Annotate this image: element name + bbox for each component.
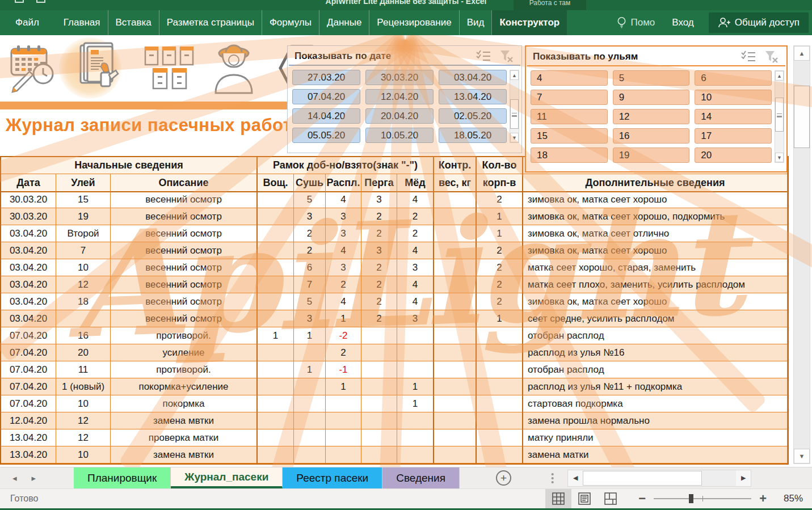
table-cell[interactable] [477, 327, 523, 344]
hive-slicer-button[interactable]: 4 [531, 70, 608, 86]
table-cell[interactable] [294, 446, 326, 463]
table-cell[interactable]: 1 [258, 327, 294, 344]
table-cell[interactable]: 3 [326, 225, 361, 242]
share-button[interactable]: Общий доступ [709, 12, 809, 33]
scroll-left-icon[interactable]: ◀ [568, 470, 583, 486]
table-cell[interactable] [258, 276, 294, 293]
vertical-scrollbar[interactable]: ▲ ▼ [793, 45, 810, 464]
scroll-right-icon[interactable]: ▶ [736, 470, 751, 486]
table-cell[interactable] [434, 429, 477, 446]
hive-slicer-button[interactable]: 20 [695, 147, 772, 163]
table-cell[interactable]: 4 [397, 191, 434, 208]
table-cell[interactable] [258, 361, 294, 378]
table-cell[interactable] [434, 361, 477, 378]
table-cell[interactable] [294, 344, 326, 361]
col-header-weight[interactable]: вес, кг [434, 174, 477, 192]
date-slicer-button[interactable]: 02.05.20 [439, 108, 507, 124]
table-cell[interactable]: 1 (новый) [56, 378, 111, 395]
table-cell[interactable] [434, 242, 477, 259]
date-slicer-button[interactable]: 13.04.20 [439, 89, 507, 104]
group-header-count[interactable]: Кол-во [477, 157, 523, 174]
zoom-out-button[interactable]: − [638, 491, 646, 506]
table-cell[interactable] [397, 344, 434, 361]
table-cell[interactable] [258, 208, 294, 225]
table-cell[interactable]: Второй [56, 225, 111, 242]
table-cell[interactable] [361, 446, 397, 463]
table-cell[interactable]: расплод из улья №16 [523, 344, 788, 361]
table-cell[interactable]: 15 [56, 191, 111, 208]
table-cell[interactable] [434, 446, 477, 463]
table-cell[interactable] [397, 429, 434, 446]
table-cell[interactable]: 2 [397, 225, 434, 242]
table-cell[interactable] [434, 259, 477, 276]
col-header-bodies[interactable]: корп-в [477, 174, 523, 192]
table-cell[interactable]: 03.04.20 [1, 293, 56, 310]
table-cell[interactable]: 2 [477, 276, 523, 293]
hive-slicer-scrollbar[interactable]: ▲ ▼ [775, 70, 784, 163]
hive-slicer-button[interactable]: 16 [613, 128, 690, 144]
table-cell[interactable]: 1 [477, 225, 523, 242]
table-cell[interactable] [361, 412, 397, 429]
hive-slicer-button[interactable]: 6 [695, 70, 772, 86]
table-cell[interactable]: 30.03.20 [1, 208, 56, 225]
table-cell[interactable]: 07.04.20 [1, 395, 56, 412]
table-cell[interactable] [397, 412, 434, 429]
tab-insert[interactable]: Вставка [108, 10, 159, 35]
table-cell[interactable]: отобран расплод [523, 361, 788, 378]
sheet-tab-journal[interactable]: Журнал_пасеки [171, 467, 283, 488]
table-cell[interactable] [258, 429, 294, 446]
table-cell[interactable]: 2 [477, 191, 523, 208]
table-cell[interactable]: противорой. [111, 361, 258, 378]
table-cell[interactable] [477, 395, 523, 412]
table-cell[interactable]: весенний осмотр [111, 276, 258, 293]
table-cell[interactable] [294, 429, 326, 446]
table-cell[interactable]: 12 [56, 429, 111, 446]
table-cell[interactable]: матка сеет хорошо, старая, заменить [523, 259, 788, 276]
table-cell[interactable] [477, 429, 523, 446]
table-cell[interactable]: 12 [56, 276, 111, 293]
table-cell[interactable]: зимовка ок, матка сеет хорошо [523, 293, 788, 310]
table-cell[interactable] [397, 446, 434, 463]
table-cell[interactable]: весенний осмотр [111, 208, 258, 225]
table-cell[interactable]: весенний осмотр [111, 293, 258, 310]
journal-documents-icon[interactable] [75, 41, 125, 95]
table-cell[interactable] [258, 344, 294, 361]
table-cell[interactable]: 2 [477, 242, 523, 259]
tab-home[interactable]: Главная [56, 10, 108, 35]
table-cell[interactable] [326, 395, 361, 412]
table-cell[interactable]: 18 [56, 293, 111, 310]
table-cell[interactable]: 5 [294, 293, 326, 310]
table-cell[interactable]: 7 [56, 242, 111, 259]
scroll-up-icon[interactable]: ▲ [510, 70, 519, 80]
zoom-in-button[interactable]: + [759, 491, 767, 506]
table-cell[interactable] [361, 327, 397, 344]
tab-formulas[interactable]: Формулы [262, 10, 319, 35]
date-slicer-button[interactable]: 07.04.20 [292, 89, 360, 104]
beekeeper-icon[interactable] [209, 41, 259, 95]
table-cell[interactable]: весенний осмотр [111, 310, 258, 327]
scroll-up-icon[interactable]: ▲ [775, 71, 784, 81]
table-cell[interactable]: 1 [397, 378, 434, 395]
col-header-notes[interactable]: Дополнительные сведения [523, 174, 788, 192]
table-cell[interactable] [434, 208, 477, 225]
date-slicer-scrollbar[interactable]: ▲ ▼ [510, 70, 519, 143]
add-sheet-button[interactable]: + [496, 470, 511, 486]
table-cell[interactable]: 3 [294, 208, 326, 225]
table-cell[interactable]: 2 [361, 310, 397, 327]
table-cell[interactable] [258, 191, 294, 208]
hive-slicer-button[interactable]: 10 [695, 90, 772, 105]
table-cell[interactable]: 07.04.20 [1, 378, 56, 395]
hive-slicer-button[interactable]: 14 [695, 109, 772, 124]
table-cell[interactable]: 1 [397, 395, 434, 412]
table-cell[interactable] [434, 293, 477, 310]
table-cell[interactable]: 2 [397, 208, 434, 225]
date-slicer-button[interactable]: 18.05.20 [439, 128, 507, 143]
table-cell[interactable] [477, 412, 523, 429]
group-header-frames[interactable]: Рамок доб-но/взято(знак "-") [258, 157, 434, 174]
sheet-tab-planner[interactable]: Планировщик [74, 467, 171, 488]
tab-review[interactable]: Рецензирование [369, 10, 458, 35]
date-slicer-button[interactable]: 03.04.20 [439, 70, 507, 85]
group-header-control[interactable]: Контр. [434, 157, 477, 174]
normal-view-button[interactable] [545, 489, 571, 508]
table-cell[interactable]: 2 [361, 208, 397, 225]
